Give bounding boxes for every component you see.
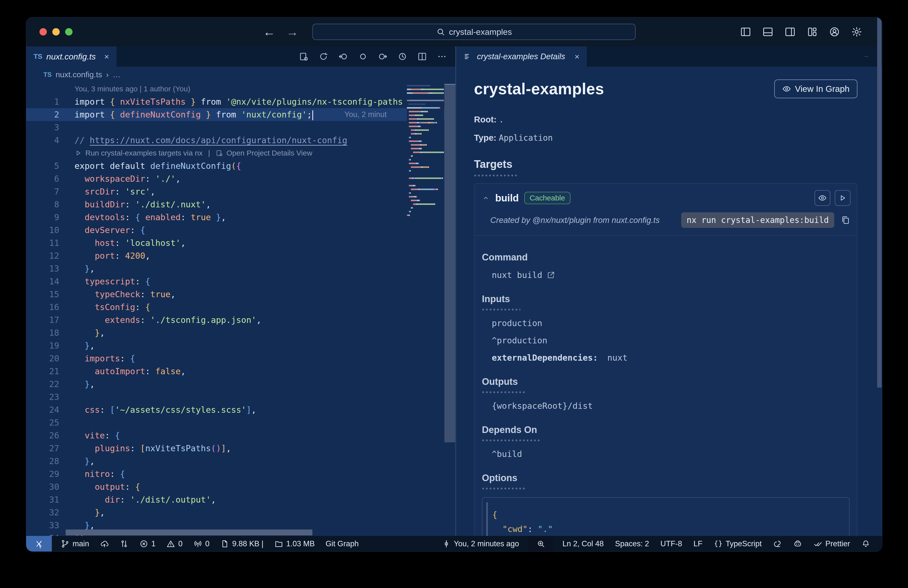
code-line[interactable]: 3: [26, 121, 455, 134]
code-line[interactable]: 16 tsConfig: {: [26, 301, 455, 314]
status-left-item-main[interactable]: main: [61, 540, 89, 548]
minimize-window-button[interactable]: [52, 28, 60, 35]
external-link-icon[interactable]: [547, 271, 555, 279]
code-line[interactable]: 29 nitro: {: [26, 467, 455, 480]
code-line[interactable]: 5export default defineNuxtConfig({: [26, 159, 455, 172]
close-tab-icon[interactable]: ×: [104, 52, 109, 61]
status-right-item-Spaces: 2[interactable]: Spaces: 2: [615, 540, 649, 548]
code-line[interactable]: 27 plugins: [nxViteTsPaths()],: [26, 442, 455, 455]
maximize-window-button[interactable]: [65, 28, 72, 35]
panel-scrollbar[interactable]: [877, 17, 882, 388]
code-line[interactable]: 25: [26, 416, 455, 429]
status-left-item-Git Graph[interactable]: Git Graph: [325, 540, 359, 548]
codelens-open-link[interactable]: Open Project Details View: [227, 147, 312, 159]
settings-gear-icon[interactable]: [851, 26, 862, 37]
code-line[interactable]: 24 css: ['~/assets/css/styles.scss'],: [26, 403, 455, 416]
code-line[interactable]: 26 vite: {: [26, 429, 455, 442]
account-icon[interactable]: [829, 26, 840, 37]
code-line[interactable]: 8 buildDir: './dist/.nuxt',: [26, 198, 455, 211]
status-right-item-Ln 2, Col 48[interactable]: Ln 2, Col 48: [563, 540, 604, 548]
tab-project-details[interactable]: crystal-examples Details ×: [456, 47, 587, 67]
more-actions-icon[interactable]: ···: [865, 47, 868, 67]
code-line[interactable]: 21 autoImport: false,: [26, 365, 455, 378]
status-left-item-0[interactable]: 0: [193, 540, 209, 548]
nav-dot-icon[interactable]: [358, 52, 368, 61]
code-editor[interactable]: You, 3 minutes ago | 1 author (You)1impo…: [26, 82, 455, 536]
code-line[interactable]: 14 typescript: {: [26, 275, 455, 288]
options-json-editor[interactable]: { "cwd": "."}: [482, 497, 850, 536]
code-line[interactable]: 19 },: [26, 339, 455, 352]
code-line[interactable]: 15 typeCheck: true,: [26, 288, 455, 301]
nx-run-command-chip[interactable]: nx run crystal-examples:build: [681, 212, 834, 228]
code-line[interactable]: 12 port: 4200,: [26, 249, 455, 262]
nav-back-icon[interactable]: [338, 52, 348, 61]
code-line[interactable]: 7 srcDir: 'src',: [26, 185, 455, 198]
code-line[interactable]: 9 devtools: { enabled: true },: [26, 211, 455, 224]
copy-icon[interactable]: [840, 215, 850, 225]
status-left-item-9.88 KB |[interactable]: 9.88 KB |: [221, 540, 264, 548]
breadcrumb-file[interactable]: nuxt.config.ts: [56, 70, 102, 79]
layout-grid-icon[interactable]: [807, 26, 818, 37]
code-line[interactable]: 13 },: [26, 262, 455, 275]
history-forward-button[interactable]: →: [286, 25, 299, 39]
zoom-status-segment[interactable]: [528, 536, 554, 551]
remote-indicator[interactable]: [26, 536, 52, 551]
tab-nuxt-config[interactable]: TS nuxt.config.ts ×: [26, 47, 116, 67]
breadcrumb-more[interactable]: …: [113, 70, 121, 79]
target-name[interactable]: build: [495, 193, 519, 204]
view-in-graph-button[interactable]: View In Graph: [774, 79, 857, 98]
code-line[interactable]: 6 workspaceDir: './',: [26, 172, 455, 185]
close-tab-icon[interactable]: ×: [575, 52, 580, 61]
nav-forward-icon[interactable]: [378, 52, 388, 61]
status-left-item-1[interactable]: 1: [139, 540, 155, 548]
breadcrumb[interactable]: TS nuxt.config.ts › …: [26, 67, 455, 82]
close-window-button[interactable]: [39, 28, 47, 35]
status-left-item-0[interactable]: 0: [166, 540, 182, 548]
code-line[interactable]: 22 },: [26, 378, 455, 390]
command-center-search[interactable]: crystal-examples: [312, 24, 636, 40]
code-line[interactable]: 10 devServer: {: [26, 224, 455, 237]
history-back-button[interactable]: ←: [263, 25, 275, 39]
code-line[interactable]: 17 extends: './tsconfig.app.json',: [26, 314, 455, 326]
status-right-item-UTF-8[interactable]: UTF-8: [660, 540, 682, 548]
status-right-item-Prettier[interactable]: Prettier: [813, 540, 850, 548]
history-icon[interactable]: [398, 52, 407, 61]
open-details-icon[interactable]: [216, 149, 223, 157]
code-line[interactable]: 31 dir: './dist/.output',: [26, 493, 455, 506]
code-line[interactable]: 4// https://nuxt.com/docs/api/configurat…: [26, 134, 455, 147]
view-target-in-graph-button[interactable]: [815, 190, 830, 206]
refresh-icon[interactable]: [319, 52, 328, 61]
code-line[interactable]: 28 },: [26, 455, 455, 467]
open-details-icon[interactable]: [299, 52, 309, 61]
code-line[interactable]: 30 output: {: [26, 480, 455, 493]
chevron-up-icon[interactable]: [482, 194, 490, 202]
code-line[interactable]: 1import { nxViteTsPaths } from '@nx/vite…: [26, 95, 455, 108]
code-line[interactable]: 23: [26, 390, 455, 403]
status-right-item-squirrel-icon[interactable]: [773, 540, 782, 548]
code-line[interactable]: 18 },: [26, 326, 455, 339]
status-right-item-copilot-icon[interactable]: [793, 540, 802, 548]
code-line[interactable]: 32 },: [26, 506, 455, 519]
run-target-button[interactable]: [835, 190, 850, 206]
editor-horizontal-scrollbar[interactable]: [66, 530, 312, 535]
typescript-file-icon: TS: [43, 71, 52, 79]
layout-sidebar-left-icon[interactable]: [740, 26, 751, 37]
minimap[interactable]: [407, 84, 444, 227]
run-icon[interactable]: [74, 149, 82, 157]
layout-panel-icon[interactable]: [762, 26, 774, 37]
status-right-item-TypeScript[interactable]: TypeScript: [714, 540, 761, 548]
status-blame-item[interactable]: You, 2 minutes ago: [442, 540, 519, 548]
editor-vertical-scrollbar[interactable]: [444, 84, 455, 442]
layout-sidebar-right-icon[interactable]: [784, 26, 796, 37]
split-editor-icon[interactable]: [417, 52, 427, 61]
more-icon[interactable]: [437, 52, 447, 61]
code-line[interactable]: 11 host: 'localhost',: [26, 237, 455, 249]
status-left-item-cloud-upload-icon[interactable]: [100, 540, 109, 548]
status-left-item-1.03 MB[interactable]: 1.03 MB: [274, 540, 315, 548]
code-line[interactable]: 20 imports: {: [26, 352, 455, 365]
code-line[interactable]: 2import { defineNuxtConfig } from 'nuxt/…: [26, 108, 455, 121]
status-right-item-bell-icon[interactable]: [861, 540, 870, 548]
status-right-item-LF[interactable]: LF: [693, 540, 702, 548]
codelens-run-link[interactable]: Run crystal-examples targets via nx: [85, 147, 203, 159]
status-left-item-pipeline-icon[interactable]: [120, 540, 129, 548]
